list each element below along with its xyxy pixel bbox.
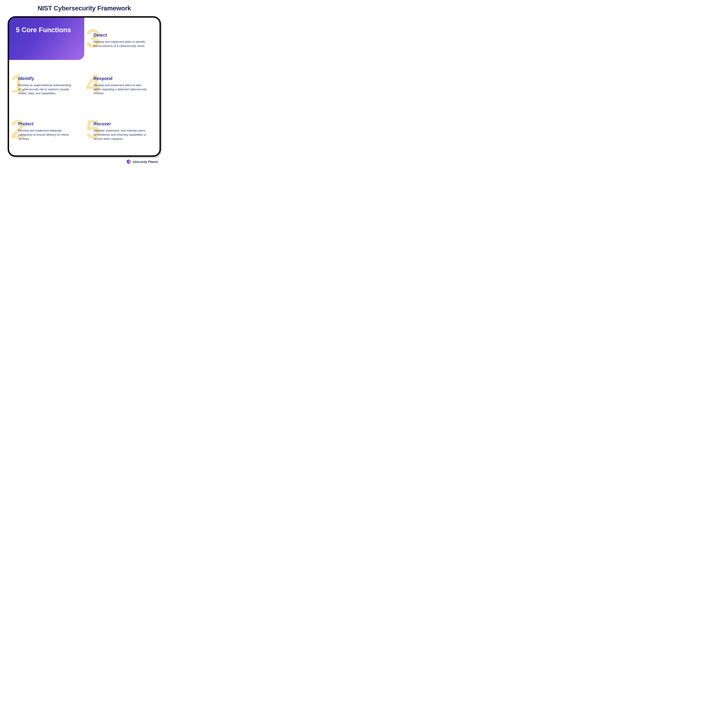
svg-point-5 — [127, 163, 127, 163]
function-desc: Develop, implement, and maintain plans f… — [93, 128, 148, 141]
brand-footer: eSecurity Planet — [8, 159, 161, 164]
page-title: NIST Cybersecurity Framework — [8, 5, 161, 12]
function-title: Respond — [93, 76, 152, 81]
function-title: Recover — [93, 121, 152, 127]
function-title: Identify — [18, 76, 76, 81]
svg-point-3 — [130, 163, 131, 164]
function-desc: Develop and implement plans to identify … — [93, 40, 148, 48]
function-desc: Develop and implement plans to take acti… — [93, 83, 148, 95]
brand-name: eSecurity Planet — [133, 160, 158, 164]
hero-panel: 5 Core Functions — [9, 18, 84, 60]
function-desc: Develop and implement adequate safeguard… — [18, 128, 73, 141]
function-desc: Develop an organizational understanding … — [18, 83, 73, 95]
function-recover: 5 Recover Develop, implement, and mainta… — [84, 109, 153, 151]
function-title: Detect — [93, 33, 152, 38]
function-respond: 4 Respond Develop and implement plans to… — [84, 63, 153, 105]
svg-point-2 — [127, 160, 127, 160]
framework-card: 5 Core Functions 3 Detect Develop and im… — [8, 16, 161, 157]
function-protect: 2 Protect Develop and implement adequate… — [9, 109, 78, 151]
function-title: Protect — [18, 121, 76, 127]
function-detect: 3 Detect Develop and implement plans to … — [84, 18, 153, 60]
shield-icon — [126, 159, 132, 164]
function-identify: 1 Identify Develop an organizational und… — [9, 63, 78, 105]
hero-text: 5 Core Functions — [16, 26, 71, 34]
functions-grid: 5 Core Functions 3 Detect Develop and im… — [9, 18, 159, 155]
